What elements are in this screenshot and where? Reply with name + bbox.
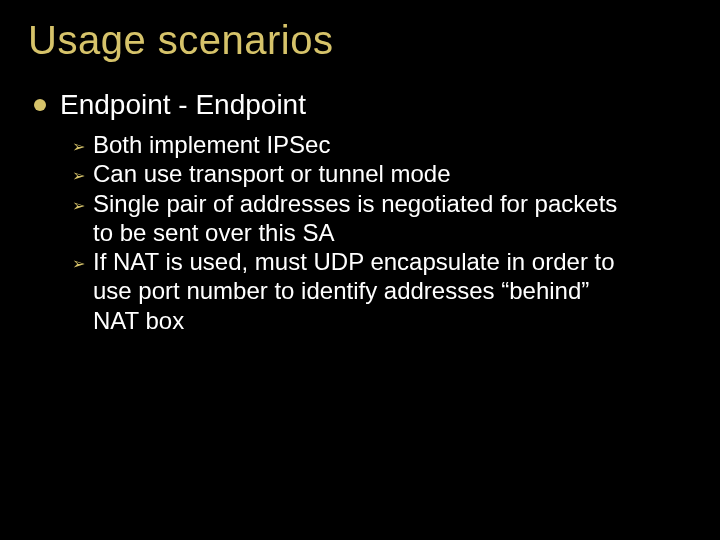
bullet-level1: Endpoint - Endpoint xyxy=(34,87,692,122)
arrow-bullet-icon: ➢ xyxy=(72,196,85,215)
level2-list: ➢ Both implement IPSec ➢ Can use transpo… xyxy=(72,130,632,335)
list-item-text: Single pair of addresses is negotiated f… xyxy=(93,189,632,248)
list-item: ➢ Single pair of addresses is negotiated… xyxy=(72,189,632,248)
level1-text: Endpoint - Endpoint xyxy=(60,87,306,122)
list-item-text: If NAT is used, must UDP encapsulate in … xyxy=(93,247,632,335)
list-item-text: Can use transport or tunnel mode xyxy=(93,159,451,188)
arrow-bullet-icon: ➢ xyxy=(72,137,85,156)
arrow-bullet-icon: ➢ xyxy=(72,166,85,185)
disc-bullet-icon xyxy=(34,99,46,111)
list-item-text: Both implement IPSec xyxy=(93,130,330,159)
slide-title: Usage scenarios xyxy=(28,18,692,63)
slide: Usage scenarios Endpoint - Endpoint ➢ Bo… xyxy=(0,0,720,540)
list-item: ➢ Can use transport or tunnel mode xyxy=(72,159,632,188)
arrow-bullet-icon: ➢ xyxy=(72,254,85,273)
list-item: ➢ Both implement IPSec xyxy=(72,130,632,159)
list-item: ➢ If NAT is used, must UDP encapsulate i… xyxy=(72,247,632,335)
